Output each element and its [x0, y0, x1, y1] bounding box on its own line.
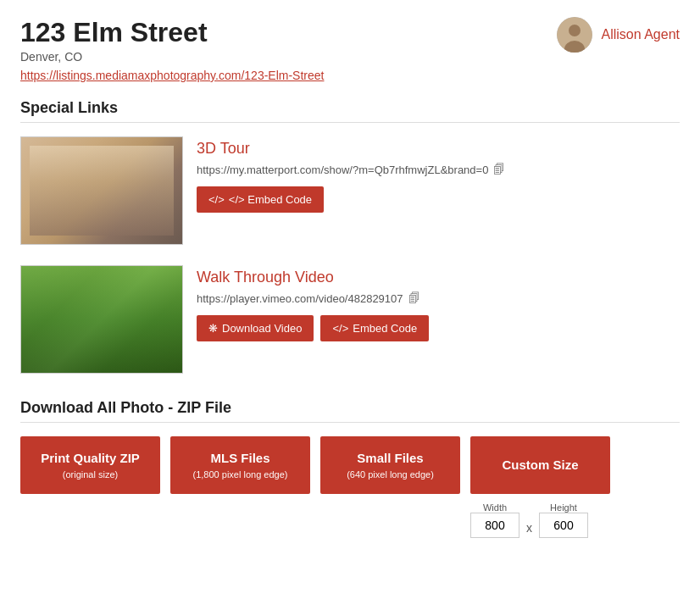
small-files-sub: (640 pixel long edge)	[347, 469, 434, 480]
embed-code-button-3dtour[interactable]: </> </> Embed Code	[197, 186, 324, 213]
special-link-title-walkthrough: Walk Through Video	[197, 269, 680, 286]
special-link-url-walkthrough: https://player.vimeo.com/video/482829107…	[197, 291, 680, 305]
special-link-title-3dtour: 3D Tour	[197, 140, 680, 158]
print-quality-zip-button[interactable]: Print Quality ZIP (original size)	[20, 436, 160, 494]
agent-block: Allison Agent	[557, 17, 680, 53]
zip-buttons-group: Print Quality ZIP (original size) MLS Fi…	[20, 436, 680, 538]
thumbnail-walkthrough	[20, 265, 183, 374]
custom-size-label: Custom Size	[502, 457, 578, 474]
special-link-item-walkthrough: Walk Through Video https://player.vimeo.…	[20, 265, 680, 374]
special-links-section: Special Links 3D Tour https://my.matterp…	[20, 99, 680, 374]
small-files-label: Small Files	[357, 450, 423, 467]
embed-code-button-walkthrough[interactable]: </> Embed Code	[320, 315, 429, 341]
address-title: 123 Elm Street	[20, 17, 324, 48]
special-link-content-walkthrough: Walk Through Video https://player.vimeo.…	[197, 265, 680, 341]
listing-url-link[interactable]: https://listings.mediamaxphotography.com…	[20, 69, 324, 82]
special-link-url-3dtour: https://my.matterport.com/show/?m=Qb7rhf…	[197, 163, 680, 176]
download-icon: ❋	[208, 322, 218, 335]
copy-icon-walkthrough[interactable]: 🗐	[408, 291, 420, 305]
small-files-button[interactable]: Small Files (640 pixel long edge)	[320, 436, 460, 494]
height-input[interactable]	[539, 513, 588, 538]
download-section-title: Download All Photo - ZIP File	[20, 399, 680, 423]
custom-inputs: Width x Height	[470, 502, 588, 538]
width-input[interactable]	[470, 513, 519, 538]
print-quality-sub: (original size)	[63, 469, 118, 480]
agent-name: Allison Agent	[601, 27, 680, 42]
custom-size-button[interactable]: Custom Size	[470, 436, 610, 494]
address-block: 123 Elm Street Denver, CO https://listin…	[20, 17, 324, 82]
width-input-group: Width	[470, 502, 519, 538]
download-section: Download All Photo - ZIP File Print Qual…	[20, 399, 680, 538]
mls-files-button[interactable]: MLS Files (1,800 pixel long edge)	[170, 436, 310, 494]
height-input-group: Height	[539, 502, 588, 538]
embed-icon-3dtour: </>	[208, 193, 225, 206]
x-separator: x	[526, 521, 532, 535]
print-quality-label: Print Quality ZIP	[41, 450, 140, 467]
download-label: Download Video	[222, 322, 302, 335]
url-text-3dtour: https://my.matterport.com/show/?m=Qb7rhf…	[197, 164, 488, 176]
btn-group-3dtour: </> </> Embed Code	[197, 186, 680, 213]
special-links-title: Special Links	[20, 99, 680, 123]
btn-group-walkthrough: ❋ Download Video </> Embed Code	[197, 315, 680, 341]
special-link-item-3dtour: 3D Tour https://my.matterport.com/show/?…	[20, 136, 680, 245]
mls-files-label: MLS Files	[210, 450, 269, 467]
height-label: Height	[550, 502, 577, 513]
avatar	[557, 17, 592, 53]
thumbnail-3dtour	[20, 136, 183, 245]
embed-label-3dtour: </> Embed Code	[229, 193, 312, 206]
copy-icon-3dtour[interactable]: 🗐	[493, 163, 505, 176]
page-header: 123 Elm Street Denver, CO https://listin…	[20, 17, 680, 82]
url-text-walkthrough: https://player.vimeo.com/video/482829107	[197, 292, 403, 305]
address-city: Denver, CO	[20, 50, 324, 64]
custom-size-container: Custom Size Width x Height	[470, 436, 610, 538]
special-link-content-3dtour: 3D Tour https://my.matterport.com/show/?…	[197, 136, 680, 213]
svg-point-1	[569, 25, 581, 36]
width-label: Width	[483, 502, 507, 513]
download-video-button[interactable]: ❋ Download Video	[197, 315, 314, 341]
mls-files-sub: (1,800 pixel long edge)	[193, 469, 288, 480]
embed-icon-walkthrough: </>	[332, 322, 348, 335]
embed-label-walkthrough: Embed Code	[353, 322, 417, 335]
